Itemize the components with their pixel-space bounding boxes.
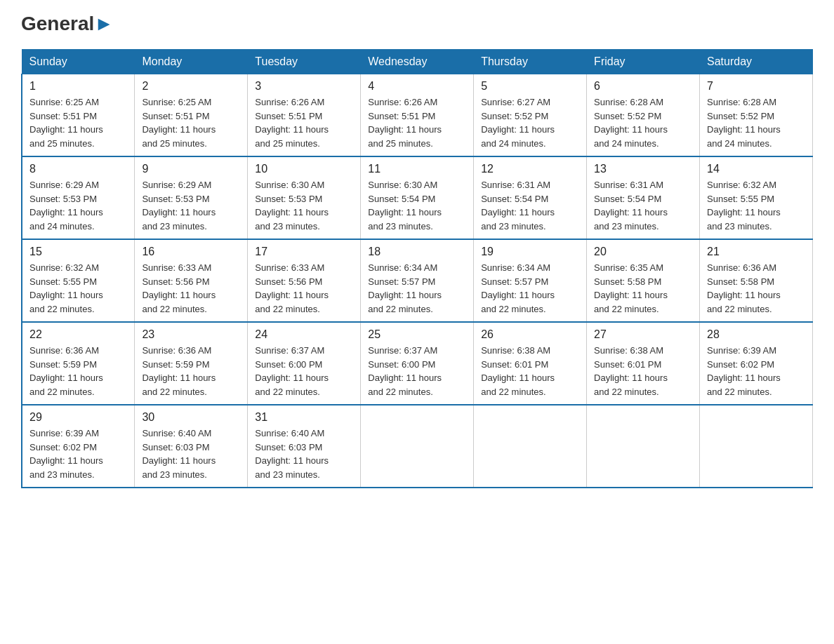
calendar-day-cell: 8 Sunrise: 6:29 AMSunset: 5:53 PMDayligh… (22, 156, 135, 239)
day-info: Sunrise: 6:33 AMSunset: 5:56 PMDaylight:… (255, 262, 329, 314)
day-number: 26 (481, 328, 579, 341)
weekday-header-thursday: Thursday (474, 50, 587, 74)
day-info: Sunrise: 6:26 AMSunset: 5:51 PMDaylight:… (255, 97, 329, 149)
day-info: Sunrise: 6:39 AMSunset: 6:02 PMDaylight:… (29, 428, 103, 480)
calendar-day-cell: 5 Sunrise: 6:27 AMSunset: 5:52 PMDayligh… (474, 74, 587, 157)
day-number: 31 (255, 411, 353, 424)
calendar-day-cell: 2 Sunrise: 6:25 AMSunset: 5:51 PMDayligh… (135, 74, 248, 157)
day-info: Sunrise: 6:38 AMSunset: 6:01 PMDaylight:… (481, 345, 555, 397)
weekday-header-friday: Friday (587, 50, 700, 74)
logo: General► (21, 14, 114, 35)
day-info: Sunrise: 6:39 AMSunset: 6:02 PMDaylight:… (707, 345, 781, 397)
calendar-day-cell: 12 Sunrise: 6:31 AMSunset: 5:54 PMDaylig… (474, 156, 587, 239)
calendar-day-cell: 20 Sunrise: 6:35 AMSunset: 5:58 PMDaylig… (587, 239, 700, 322)
day-number: 22 (29, 328, 127, 341)
weekday-header-row: SundayMondayTuesdayWednesdayThursdayFrid… (22, 50, 813, 74)
day-info: Sunrise: 6:37 AMSunset: 6:00 PMDaylight:… (368, 345, 442, 397)
day-number: 20 (594, 246, 692, 258)
calendar-day-cell: 23 Sunrise: 6:36 AMSunset: 5:59 PMDaylig… (135, 322, 248, 405)
calendar-table: SundayMondayTuesdayWednesdayThursdayFrid… (21, 49, 813, 488)
day-number: 21 (707, 246, 805, 258)
day-info: Sunrise: 6:37 AMSunset: 6:00 PMDaylight:… (255, 345, 329, 397)
day-info: Sunrise: 6:36 AMSunset: 5:58 PMDaylight:… (707, 262, 781, 314)
day-number: 24 (255, 328, 353, 341)
calendar-week-row: 29 Sunrise: 6:39 AMSunset: 6:02 PMDaylig… (22, 405, 813, 488)
day-number: 30 (142, 411, 240, 424)
day-number: 18 (368, 246, 466, 258)
day-info: Sunrise: 6:30 AMSunset: 5:53 PMDaylight:… (255, 180, 329, 232)
day-info: Sunrise: 6:36 AMSunset: 5:59 PMDaylight:… (29, 345, 103, 397)
day-info: Sunrise: 6:29 AMSunset: 5:53 PMDaylight:… (142, 180, 216, 232)
calendar-day-cell: 10 Sunrise: 6:30 AMSunset: 5:53 PMDaylig… (248, 156, 361, 239)
calendar-day-cell: 22 Sunrise: 6:36 AMSunset: 5:59 PMDaylig… (22, 322, 135, 405)
day-number: 15 (29, 246, 127, 258)
day-number: 17 (255, 246, 353, 258)
day-number: 29 (29, 411, 127, 424)
day-info: Sunrise: 6:28 AMSunset: 5:52 PMDaylight:… (594, 97, 668, 149)
day-info: Sunrise: 6:28 AMSunset: 5:52 PMDaylight:… (707, 97, 781, 149)
calendar-day-cell: 3 Sunrise: 6:26 AMSunset: 5:51 PMDayligh… (248, 74, 361, 157)
day-info: Sunrise: 6:31 AMSunset: 5:54 PMDaylight:… (594, 180, 668, 232)
day-number: 23 (142, 328, 240, 341)
day-info: Sunrise: 6:31 AMSunset: 5:54 PMDaylight:… (481, 180, 555, 232)
day-number: 2 (142, 80, 240, 93)
day-number: 8 (29, 163, 127, 175)
day-number: 11 (368, 163, 466, 175)
day-info: Sunrise: 6:40 AMSunset: 6:03 PMDaylight:… (142, 428, 216, 480)
day-number: 28 (707, 328, 805, 341)
calendar-week-row: 1 Sunrise: 6:25 AMSunset: 5:51 PMDayligh… (22, 74, 813, 157)
day-number: 12 (481, 163, 579, 175)
calendar-day-cell: 21 Sunrise: 6:36 AMSunset: 5:58 PMDaylig… (700, 239, 813, 322)
calendar-day-cell (361, 405, 474, 488)
calendar-day-cell: 13 Sunrise: 6:31 AMSunset: 5:54 PMDaylig… (587, 156, 700, 239)
day-info: Sunrise: 6:27 AMSunset: 5:52 PMDaylight:… (481, 97, 555, 149)
day-info: Sunrise: 6:33 AMSunset: 5:56 PMDaylight:… (142, 262, 216, 314)
day-number: 3 (255, 80, 353, 93)
calendar-day-cell: 17 Sunrise: 6:33 AMSunset: 5:56 PMDaylig… (248, 239, 361, 322)
day-info: Sunrise: 6:29 AMSunset: 5:53 PMDaylight:… (29, 180, 103, 232)
calendar-week-row: 22 Sunrise: 6:36 AMSunset: 5:59 PMDaylig… (22, 322, 813, 405)
calendar-day-cell: 19 Sunrise: 6:34 AMSunset: 5:57 PMDaylig… (474, 239, 587, 322)
day-number: 6 (594, 80, 692, 93)
calendar-day-cell: 26 Sunrise: 6:38 AMSunset: 6:01 PMDaylig… (474, 322, 587, 405)
calendar-day-cell: 28 Sunrise: 6:39 AMSunset: 6:02 PMDaylig… (700, 322, 813, 405)
day-number: 10 (255, 163, 353, 175)
calendar-day-cell (587, 405, 700, 488)
day-number: 9 (142, 163, 240, 175)
day-number: 19 (481, 246, 579, 258)
day-info: Sunrise: 6:25 AMSunset: 5:51 PMDaylight:… (29, 97, 103, 149)
calendar-day-cell: 14 Sunrise: 6:32 AMSunset: 5:55 PMDaylig… (700, 156, 813, 239)
calendar-day-cell: 24 Sunrise: 6:37 AMSunset: 6:00 PMDaylig… (248, 322, 361, 405)
page-header: General► (21, 14, 813, 35)
day-number: 5 (481, 80, 579, 93)
day-number: 4 (368, 80, 466, 93)
day-info: Sunrise: 6:32 AMSunset: 5:55 PMDaylight:… (707, 180, 781, 232)
logo-general: General (21, 13, 94, 34)
calendar-day-cell: 4 Sunrise: 6:26 AMSunset: 5:51 PMDayligh… (361, 74, 474, 157)
calendar-day-cell: 25 Sunrise: 6:37 AMSunset: 6:00 PMDaylig… (361, 322, 474, 405)
calendar-week-row: 15 Sunrise: 6:32 AMSunset: 5:55 PMDaylig… (22, 239, 813, 322)
weekday-header-saturday: Saturday (700, 50, 813, 74)
day-info: Sunrise: 6:26 AMSunset: 5:51 PMDaylight:… (368, 97, 442, 149)
day-info: Sunrise: 6:38 AMSunset: 6:01 PMDaylight:… (594, 345, 668, 397)
weekday-header-sunday: Sunday (22, 50, 135, 74)
day-info: Sunrise: 6:32 AMSunset: 5:55 PMDaylight:… (29, 262, 103, 314)
calendar-day-cell: 29 Sunrise: 6:39 AMSunset: 6:02 PMDaylig… (22, 405, 135, 488)
day-number: 1 (29, 80, 127, 93)
day-info: Sunrise: 6:34 AMSunset: 5:57 PMDaylight:… (481, 262, 555, 314)
weekday-header-monday: Monday (135, 50, 248, 74)
calendar-day-cell: 9 Sunrise: 6:29 AMSunset: 5:53 PMDayligh… (135, 156, 248, 239)
calendar-day-cell (474, 405, 587, 488)
day-number: 16 (142, 246, 240, 258)
day-info: Sunrise: 6:35 AMSunset: 5:58 PMDaylight:… (594, 262, 668, 314)
weekday-header-tuesday: Tuesday (248, 50, 361, 74)
calendar-week-row: 8 Sunrise: 6:29 AMSunset: 5:53 PMDayligh… (22, 156, 813, 239)
calendar-day-cell: 7 Sunrise: 6:28 AMSunset: 5:52 PMDayligh… (700, 74, 813, 157)
day-info: Sunrise: 6:34 AMSunset: 5:57 PMDaylight:… (368, 262, 442, 314)
day-info: Sunrise: 6:36 AMSunset: 5:59 PMDaylight:… (142, 345, 216, 397)
calendar-day-cell: 11 Sunrise: 6:30 AMSunset: 5:54 PMDaylig… (361, 156, 474, 239)
calendar-day-cell: 18 Sunrise: 6:34 AMSunset: 5:57 PMDaylig… (361, 239, 474, 322)
calendar-day-cell (700, 405, 813, 488)
calendar-day-cell: 6 Sunrise: 6:28 AMSunset: 5:52 PMDayligh… (587, 74, 700, 157)
calendar-day-cell: 1 Sunrise: 6:25 AMSunset: 5:51 PMDayligh… (22, 74, 135, 157)
